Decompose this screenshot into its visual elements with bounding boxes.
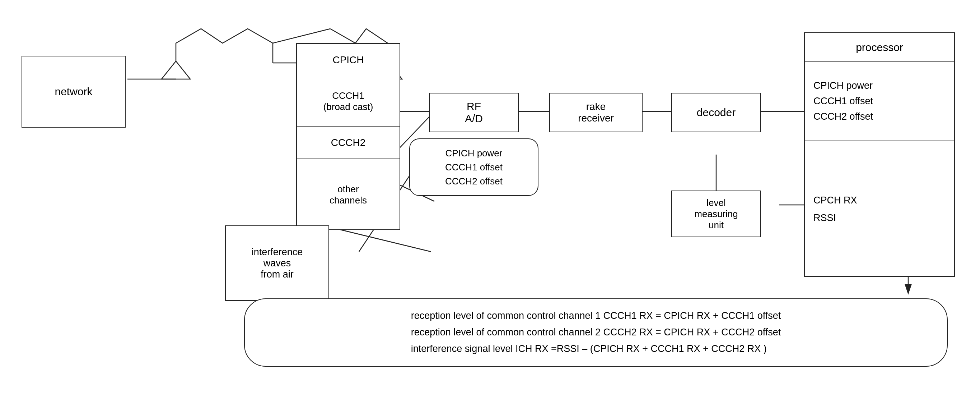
level-measuring-box: level measuring unit: [671, 190, 761, 237]
processor-cpich-power: CPICH power: [813, 78, 945, 93]
other-channels-section: other channels: [297, 159, 399, 231]
rf-ad-label: RF A/D: [465, 100, 483, 125]
formula-line1: reception level of common control channe…: [411, 308, 781, 324]
svg-marker-1: [162, 61, 190, 79]
ccch1-section: CCCH1 (broad cast): [297, 76, 399, 126]
formula-line3: interference signal level ICH RX =RSSI –…: [411, 341, 781, 357]
level-measuring-label: level measuring unit: [694, 197, 738, 231]
interference-box: interference waves from air: [225, 225, 329, 301]
rake-receiver-box: rake receiver: [549, 93, 643, 132]
processor-cpch-rx: CPCH RX: [813, 192, 945, 209]
cpich-bubble-line2: CCCH1 offset: [445, 160, 503, 174]
ccch2-section: CCCH2: [297, 126, 399, 159]
decoder-label: decoder: [697, 106, 735, 119]
processor-ccch1-offset: CCCH1 offset: [813, 93, 945, 109]
svg-marker-16: [905, 284, 912, 295]
formula-bubble: reception level of common control channe…: [244, 298, 948, 367]
channel-box: CPICH CCCH1 (broad cast) CCCH2 other cha…: [296, 43, 400, 230]
processor-ccch2-offset: CCCH2 offset: [813, 109, 945, 125]
rf-ad-box: RF A/D: [429, 93, 519, 132]
processor-rssi: RSSI: [813, 209, 945, 227]
network-box: network: [22, 56, 126, 128]
cpich-bubble-line1: CPICH power: [445, 146, 503, 160]
cpich-bubble-line3: CCCH2 offset: [445, 174, 503, 189]
interference-label: interference waves from air: [251, 247, 303, 280]
decoder-box: decoder: [671, 93, 761, 132]
cpich-section: CPICH: [297, 44, 399, 76]
network-label: network: [54, 86, 92, 98]
processor-box: processor CPICH power CCCH1 offset CCCH2…: [804, 32, 955, 277]
rake-receiver-label: rake receiver: [578, 101, 614, 124]
cpich-bubble: CPICH power CCCH1 offset CCCH2 offset: [409, 138, 538, 196]
processor-title: processor: [805, 33, 954, 62]
formula-line2: reception level of common control channe…: [411, 324, 781, 341]
svg-line-7: [273, 29, 330, 43]
